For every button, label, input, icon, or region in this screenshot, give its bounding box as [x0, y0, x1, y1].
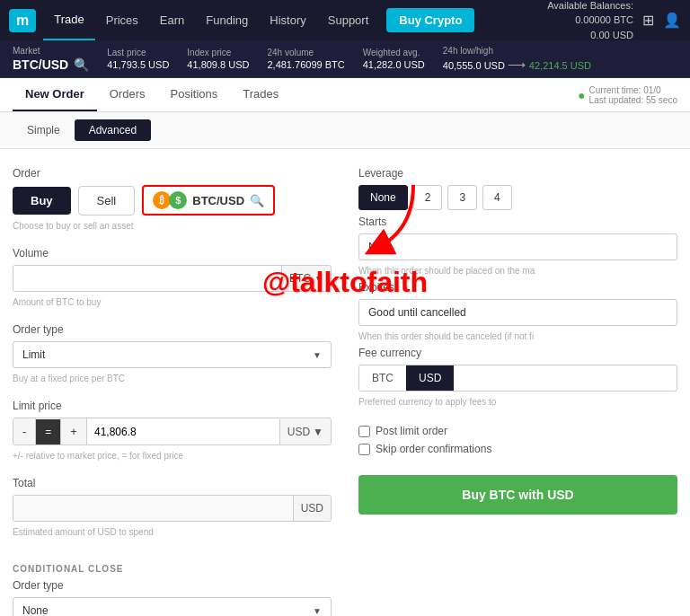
- order-label: Order: [13, 167, 332, 180]
- leverage-label: Leverage: [358, 167, 677, 180]
- order-type-arrow-icon: ▼: [313, 350, 322, 360]
- order-type-label: Order type: [13, 323, 332, 336]
- user-icon[interactable]: 👤: [663, 12, 681, 29]
- market-label: Market: [13, 46, 89, 56]
- skip-confirm-checkbox[interactable]: [358, 444, 370, 455]
- current-time: Current time: 01/0: [589, 85, 677, 95]
- asset-label: BTC/USD: [192, 194, 244, 207]
- tab-trades[interactable]: Trades: [230, 78, 291, 111]
- lowhigh-stat: 24h low/high 40,555.0 USD ⟶ 42,214.5 USD: [443, 46, 591, 72]
- limit-eq-button[interactable]: =: [36, 419, 61, 444]
- top-nav: m Trade Prices Earn Funding History Supp…: [0, 0, 690, 40]
- volume-input-group: BTC ▼: [13, 265, 332, 292]
- tab-orders[interactable]: Orders: [97, 78, 158, 111]
- balance-btc: 0.00000 BTC: [547, 13, 633, 28]
- order-type-hint: Buy at a fixed price per BTC: [13, 374, 332, 383]
- last-price-stat: Last price 41,793.5 USD: [107, 48, 169, 70]
- usd-icon: $: [169, 191, 187, 209]
- fee-btc-button[interactable]: BTC: [359, 365, 406, 391]
- leverage-2-button[interactable]: 2: [413, 185, 443, 210]
- starts-hint: When this order should be placed on the …: [358, 266, 677, 276]
- asset-hint: Choose to buy or sell an asset: [13, 221, 332, 231]
- total-input-group: USD: [13, 495, 332, 522]
- checkboxes-section: Post limit order Skip order confirmation…: [358, 419, 677, 461]
- limit-price-input[interactable]: [87, 419, 279, 444]
- market-bar: Market BTC/USD 🔍 Last price 41,793.5 USD…: [0, 40, 690, 78]
- starts-row: Starts Now When this order should be pla…: [358, 216, 677, 276]
- total-unit: USD: [293, 496, 331, 521]
- cond-order-type-label: Order type: [13, 579, 332, 592]
- limit-unit-dropdown-icon[interactable]: ▼: [313, 426, 323, 438]
- volume-hint: Amount of BTC to buy: [13, 297, 332, 307]
- balance-usd: 0.00 USD: [547, 28, 633, 43]
- logo-icon[interactable]: m: [9, 9, 36, 32]
- weighted-stat: Weighted avg. 41,282.0 USD: [363, 48, 425, 70]
- skip-confirm-row: Skip order confirmations: [358, 443, 677, 455]
- volume-dropdown[interactable]: ▼: [314, 274, 323, 284]
- nav-right-info: Available Balances: 0.00000 BTC 0.00 USD…: [547, 0, 681, 42]
- nav-support[interactable]: Support: [317, 0, 380, 40]
- nav-prices[interactable]: Prices: [95, 0, 149, 40]
- nav-earn[interactable]: Earn: [149, 0, 195, 40]
- balances-info: Available Balances: 0.00000 BTC 0.00 USD: [547, 0, 633, 42]
- limit-price-row: Limit price - = + USD ▼ +/- relative to …: [13, 400, 332, 461]
- fee-currency-options: BTC USD: [358, 365, 677, 392]
- limit-price-unit: USD ▼: [279, 419, 331, 444]
- tab-simple[interactable]: Simple: [13, 119, 75, 141]
- tab-positions[interactable]: Positions: [157, 78, 230, 111]
- asset-search-icon[interactable]: 🔍: [250, 194, 264, 207]
- leverage-none-button[interactable]: None: [358, 185, 408, 210]
- grid-icon[interactable]: ⊞: [642, 12, 654, 29]
- inner-tabs: Simple Advanced: [0, 112, 690, 149]
- total-hint: Estimated amount of USD to spend: [13, 527, 332, 537]
- limit-price-input-group: - = + USD ▼: [13, 418, 332, 445]
- main-tabs: New Order Orders Positions Trades ● Curr…: [0, 78, 690, 112]
- expires-input[interactable]: Good until cancelled: [358, 299, 677, 326]
- conditional-close-section: CONDITIONAL CLOSE Order type None ▼: [13, 553, 332, 616]
- market-pair-value[interactable]: BTC/USD: [13, 57, 68, 72]
- leverage-4-button[interactable]: 4: [482, 185, 512, 210]
- volume-unit: BTC ▼: [281, 266, 331, 291]
- total-input[interactable]: [13, 496, 293, 521]
- conditional-close-label: CONDITIONAL CLOSE: [13, 564, 332, 574]
- main-form-area: Order Buy Sell ₿ $ BTC/USD 🔍 Choose to b…: [0, 149, 690, 616]
- starts-input[interactable]: Now: [358, 233, 677, 260]
- buy-crypto-button[interactable]: Buy Crypto: [386, 8, 474, 32]
- volume-input[interactable]: [13, 266, 281, 291]
- fee-usd-button[interactable]: USD: [406, 365, 454, 391]
- starts-label: Starts: [358, 216, 677, 228]
- cond-order-type-arrow-icon: ▼: [313, 606, 322, 616]
- nav-history[interactable]: History: [259, 0, 316, 40]
- fee-currency-label: Fee currency: [358, 347, 677, 359]
- limit-minus-button[interactable]: -: [13, 418, 36, 444]
- post-limit-row: Post limit order: [358, 425, 677, 437]
- tab-new-order[interactable]: New Order: [13, 78, 97, 111]
- buy-button[interactable]: Buy: [13, 187, 71, 215]
- asset-selector[interactable]: ₿ $ BTC/USD 🔍: [142, 185, 275, 216]
- limit-price-label: Limit price: [13, 400, 332, 412]
- market-search-icon[interactable]: 🔍: [74, 57, 89, 72]
- fee-currency-row: Fee currency BTC USD Preferred currency …: [358, 347, 677, 407]
- fee-hint: Preferred currency to apply fees to: [358, 397, 677, 407]
- volume-label: Volume: [13, 247, 332, 260]
- limit-plus-button[interactable]: +: [61, 418, 87, 444]
- expires-hint: When this order should be canceled (if n…: [358, 331, 677, 341]
- right-column: Leverage None 2 3 4 Starts Now When this…: [358, 167, 677, 616]
- tab-advanced[interactable]: Advanced: [75, 119, 151, 141]
- index-price-stat: Index price 41,809.8 USD: [187, 48, 249, 70]
- time-info: ● Current time: 01/0 Last updated: 55 se…: [578, 85, 677, 105]
- post-limit-label[interactable]: Post limit order: [376, 425, 447, 437]
- order-type-row: Order type Limit ▼ Buy at a fixed price …: [13, 323, 332, 383]
- skip-confirm-label[interactable]: Skip order confirmations: [376, 443, 491, 455]
- cond-order-type-row: Order type None ▼: [13, 579, 332, 616]
- nav-funding[interactable]: Funding: [195, 0, 259, 40]
- sell-button[interactable]: Sell: [78, 186, 136, 216]
- leverage-3-button[interactable]: 3: [447, 185, 477, 210]
- nav-trade[interactable]: Trade: [43, 0, 94, 40]
- cond-order-type-select[interactable]: None ▼: [13, 597, 332, 616]
- buy-big-button[interactable]: Buy BTC with USD: [358, 475, 677, 515]
- post-limit-checkbox[interactable]: [358, 426, 370, 437]
- expires-label: Expires: [358, 281, 677, 294]
- order-type-select[interactable]: Limit ▼: [13, 341, 332, 368]
- form-grid: Order Buy Sell ₿ $ BTC/USD 🔍 Choose to b…: [13, 167, 677, 616]
